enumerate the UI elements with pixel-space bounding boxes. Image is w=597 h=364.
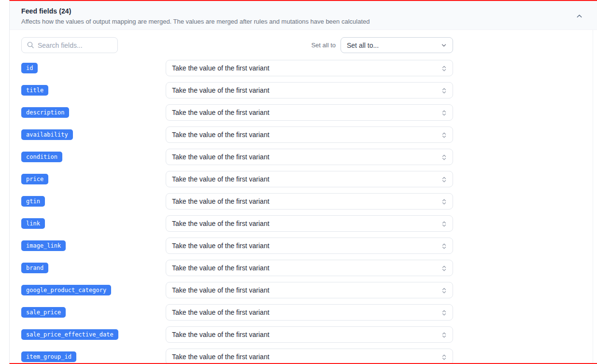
field-badge-cell: item_group_id: [21, 351, 166, 362]
merge-strategy-select[interactable]: Take the value of the first variant: [166, 326, 453, 343]
merge-strategy-value: Take the value of the first variant: [172, 64, 270, 72]
set-all-group: Set all to Set all to...: [311, 37, 453, 53]
field-badge-cell: brand: [21, 263, 166, 273]
merge-strategy-value: Take the value of the first variant: [172, 308, 270, 316]
merge-strategy-select[interactable]: Take the value of the first variant: [166, 282, 453, 298]
field-badge-cell: sale_price: [21, 307, 166, 318]
feed-fields-panel: Feed fields (24) Affects how the values …: [9, 0, 597, 364]
chevrons-up-down-icon: [441, 176, 447, 185]
chevrons-up-down-icon: [441, 331, 447, 340]
merge-strategy-select[interactable]: Take the value of the first variant: [166, 193, 453, 210]
field-row: title Take the value of the first varian…: [21, 82, 453, 98]
field-badge-cell: google_product_category: [21, 285, 166, 295]
merge-strategy-value: Take the value of the first variant: [172, 175, 270, 183]
field-badge-cell: condition: [21, 152, 166, 162]
field-badge-cell: availability: [21, 129, 166, 140]
chevrons-up-down-icon: [441, 109, 447, 118]
chevron-up-icon: [576, 13, 583, 21]
toolbar: Set all to Set all to...: [21, 37, 453, 53]
set-all-label: Set all to: [311, 42, 336, 49]
panel-title: Feed fields (24): [21, 7, 585, 15]
merge-strategy-value: Take the value of the first variant: [172, 331, 270, 338]
merge-strategy-select[interactable]: Take the value of the first variant: [166, 238, 453, 254]
merge-strategy-select[interactable]: Take the value of the first variant: [166, 171, 453, 187]
chevrons-up-down-icon: [441, 353, 447, 363]
merge-strategy-select[interactable]: Take the value of the first variant: [166, 104, 453, 121]
chevrons-up-down-icon: [441, 87, 447, 96]
merge-strategy-value: Take the value of the first variant: [172, 86, 270, 94]
merge-strategy-value: Take the value of the first variant: [172, 109, 270, 116]
set-all-selected-value: Set all to...: [347, 42, 379, 49]
merge-strategy-select[interactable]: Take the value of the first variant: [166, 260, 453, 276]
merge-strategy-select[interactable]: Take the value of the first variant: [166, 215, 453, 232]
field-row: item_group_id Take the value of the firs…: [21, 349, 453, 364]
chevrons-up-down-icon: [441, 220, 447, 229]
chevrons-up-down-icon: [441, 131, 447, 140]
chevrons-up-down-icon: [441, 65, 447, 74]
field-badge: description: [21, 107, 69, 118]
field-badge: id: [21, 63, 38, 73]
field-badge-cell: sale_price_effective_date: [21, 329, 166, 340]
set-all-select[interactable]: Set all to...: [341, 37, 453, 53]
field-badge-cell: description: [21, 107, 166, 118]
chevrons-up-down-icon: [441, 287, 447, 296]
field-badge-cell: title: [21, 85, 166, 96]
field-row: sale_price Take the value of the first v…: [21, 304, 453, 321]
field-badge-cell: id: [21, 63, 166, 73]
field-rows: id Take the value of the first variant t…: [21, 60, 453, 364]
field-badge: google_product_category: [21, 285, 111, 295]
merge-strategy-select[interactable]: Take the value of the first variant: [166, 304, 453, 321]
field-row: id Take the value of the first variant: [21, 60, 453, 76]
field-badge: gtin: [21, 196, 45, 207]
search-input[interactable]: [21, 37, 118, 53]
chevrons-up-down-icon: [441, 242, 447, 252]
field-row: price Take the value of the first varian…: [21, 171, 453, 187]
field-row: condition Take the value of the first va…: [21, 149, 453, 165]
panel-subtitle: Affects how the values of output mapping…: [21, 18, 585, 25]
merge-strategy-select[interactable]: Take the value of the first variant: [166, 126, 453, 143]
field-row: google_product_category Take the value o…: [21, 282, 453, 298]
panel-right-border: [593, 1, 593, 363]
field-badge: title: [21, 85, 48, 96]
search-icon: [27, 41, 34, 51]
merge-strategy-value: Take the value of the first variant: [172, 153, 270, 161]
merge-strategy-select[interactable]: Take the value of the first variant: [166, 149, 453, 165]
field-badge: brand: [21, 263, 48, 273]
panel-body: Set all to Set all to... id Take the val…: [10, 37, 453, 364]
field-badge: image_link: [21, 240, 66, 251]
merge-strategy-select[interactable]: Take the value of the first variant: [166, 82, 453, 98]
field-row: description Take the value of the first …: [21, 104, 453, 121]
chevrons-up-down-icon: [441, 265, 447, 274]
panel-header[interactable]: Feed fields (24) Affects how the values …: [10, 1, 597, 30]
merge-strategy-select[interactable]: Take the value of the first variant: [166, 349, 453, 364]
field-row: link Take the value of the first variant: [21, 215, 453, 232]
chevron-down-icon: [441, 42, 447, 50]
collapse-button[interactable]: [575, 13, 583, 21]
field-badge-cell: price: [21, 174, 166, 184]
merge-strategy-value: Take the value of the first variant: [172, 242, 270, 250]
field-row: brand Take the value of the first varian…: [21, 260, 453, 276]
chevrons-up-down-icon: [441, 198, 447, 207]
field-badge-cell: image_link: [21, 240, 166, 251]
merge-strategy-value: Take the value of the first variant: [172, 286, 270, 294]
merge-strategy-value: Take the value of the first variant: [172, 353, 270, 361]
search-field-wrap: [21, 37, 118, 53]
field-badge-cell: link: [21, 218, 166, 229]
field-badge: price: [21, 174, 48, 184]
merge-strategy-select[interactable]: Take the value of the first variant: [166, 60, 453, 76]
field-row: availability Take the value of the first…: [21, 126, 453, 143]
merge-strategy-value: Take the value of the first variant: [172, 197, 270, 205]
field-row: sale_price_effective_date Take the value…: [21, 326, 453, 343]
field-badge: sale_price_effective_date: [21, 329, 118, 340]
chevrons-up-down-icon: [441, 154, 447, 163]
field-row: image_link Take the value of the first v…: [21, 238, 453, 254]
field-badge-cell: gtin: [21, 196, 166, 207]
field-badge: item_group_id: [21, 351, 76, 362]
field-badge: sale_price: [21, 307, 66, 318]
field-badge: availability: [21, 129, 73, 140]
field-badge: link: [21, 218, 45, 229]
merge-strategy-value: Take the value of the first variant: [172, 220, 270, 227]
field-row: gtin Take the value of the first variant: [21, 193, 453, 210]
field-badge: condition: [21, 152, 62, 162]
merge-strategy-value: Take the value of the first variant: [172, 131, 270, 139]
